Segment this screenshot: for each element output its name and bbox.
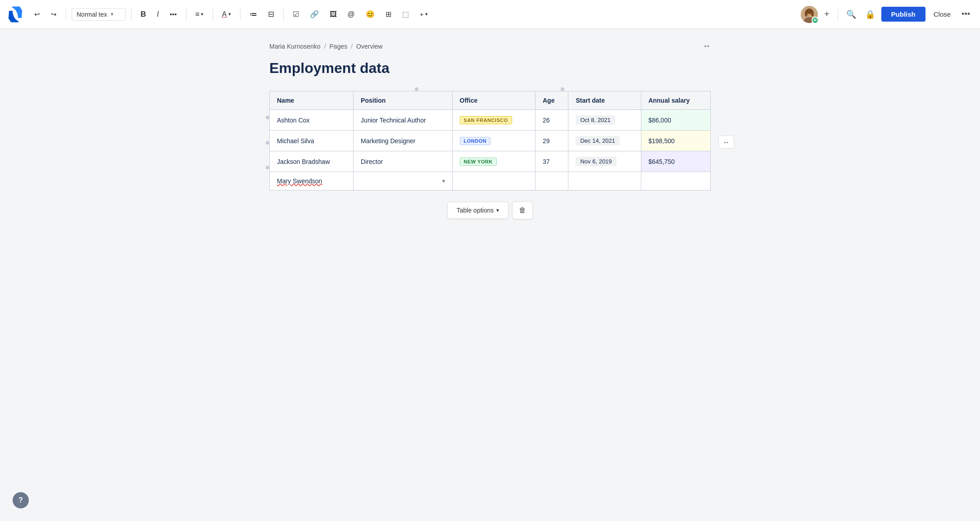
align-button[interactable]: ≡ ▾ [192,8,207,21]
data-table: Name Position Office Age Start date Annu… [269,91,711,190]
cell-startdate[interactable] [568,172,641,190]
chevron-down-icon: ▾ [201,11,204,17]
mention-button[interactable]: @ [344,8,358,21]
resize-dot-top-1[interactable] [415,87,418,91]
cell-position[interactable]: Director [354,151,452,172]
expand-width-icon[interactable]: ↔ [703,41,711,51]
restrict-icon: 🔒 [865,10,875,19]
image-button[interactable]: 🖼 [326,8,340,21]
cell-position[interactable]: ▾ [354,172,452,190]
table-delete-button[interactable]: 🗑 [512,201,533,219]
table-expand-right-button[interactable]: ↔ [718,136,734,149]
restrict-button[interactable]: 🔒 [862,7,878,22]
cell-position[interactable]: Junior Technical Author [354,110,452,131]
cell-salary[interactable]: $86,000 [641,110,710,131]
table-row: Michael Silva Marketing Designer LONDON … [270,131,711,151]
breadcrumb-pages[interactable]: Pages [330,43,348,50]
table-options-button[interactable]: Table options ▾ [447,202,509,219]
emoji-button[interactable]: 😊 [362,7,378,21]
breadcrumb: Maria Kurnosenko / Pages / Overview ↔ [269,29,711,60]
spellcheck-name: Mary Swendson [277,177,322,185]
resize-dot-left-2[interactable] [266,141,269,145]
cell-startdate[interactable]: Dec 14, 2021 [568,131,641,151]
help-button[interactable]: ? [13,492,29,508]
cell-name[interactable]: Michael Silva [270,131,354,151]
italic-button[interactable]: I [153,8,162,21]
resize-dot-top-2[interactable] [561,87,564,91]
text-style-selector[interactable]: Normal tex ▾ [72,8,126,21]
search-button[interactable]: 🔍 [844,7,859,22]
breadcrumb-current[interactable]: Overview [356,43,382,50]
page-title: Employment data [269,60,711,77]
col-header-office: Office [452,91,535,110]
col-header-age: Age [535,91,568,110]
redo-button[interactable]: ↪ [47,8,60,21]
chevron-down-icon: ▾ [111,11,113,17]
user-avatar[interactable]: M [801,6,818,23]
toolbar-divider-7 [838,8,838,21]
svg-point-4 [805,10,808,17]
confluence-logo-icon[interactable] [7,6,23,23]
toolbar-divider-4 [213,8,213,21]
table-options-bar: Table options ▾ 🗑 [269,201,711,219]
insert-more-button[interactable]: + ▾ [416,8,431,21]
toolbar-divider-1 [66,8,66,21]
avatar-status-badge: M [812,17,819,24]
close-button[interactable]: Close [929,8,955,21]
table-icon: ⊞ [386,10,391,18]
breadcrumb-author[interactable]: Maria Kurnosenko [269,43,321,50]
image-icon: 🖼 [330,10,337,18]
cell-age[interactable]: 37 [535,151,568,172]
office-tag: NEW YORK [460,158,497,166]
bold-button[interactable]: B [137,7,150,22]
cell-office[interactable] [452,172,535,190]
link-button[interactable]: 🔗 [306,7,322,21]
publish-button[interactable]: Publish [881,7,926,22]
office-tag: SAN FRANCISCO [460,116,512,124]
resize-dot-left-3[interactable] [266,166,269,169]
cell-startdate[interactable]: Nov 6, 2019 [568,151,641,172]
resize-dot-left-1[interactable] [266,116,269,119]
cell-name[interactable]: Ashton Cox [270,110,354,131]
table-row: Jackson Bradshaw Director NEW YORK 37 No… [270,151,711,172]
toolbar: ↩ ↪ Normal tex ▾ B I ••• ≡ ▾ A ▾ ≔ ⊟ ☑ 🔗… [0,0,980,29]
date-badge: Nov 6, 2019 [576,157,616,166]
col-header-startdate: Start date [568,91,641,110]
cell-age[interactable] [535,172,568,190]
cell-office[interactable]: LONDON [452,131,535,151]
layout-button[interactable]: ⬚ [399,7,413,21]
add-collaborator-button[interactable]: + [821,6,832,22]
emoji-icon: 😊 [366,10,375,18]
cell-office[interactable]: NEW YORK [452,151,535,172]
cell-salary[interactable]: $198,500 [641,131,710,151]
trash-icon: 🗑 [519,206,526,214]
undo-icon: ↩ [34,10,40,18]
cell-age[interactable]: 29 [535,131,568,151]
cell-name[interactable]: Jackson Bradshaw [270,151,354,172]
table-row: Mary Swendson ▾ [270,172,711,190]
cell-position[interactable]: Marketing Designer [354,131,452,151]
table-button[interactable]: ⊞ [382,7,395,21]
more-options-button[interactable]: ••• [959,7,973,22]
undo-button[interactable]: ↩ [31,8,44,21]
more-formatting-button[interactable]: ••• [166,8,181,21]
search-icon: 🔍 [846,10,856,19]
checkbox-icon: ☑ [293,10,299,18]
plus-icon: + [420,10,424,18]
task-list-button[interactable]: ☑ [289,7,303,21]
dropdown-icon[interactable]: ▾ [442,178,445,184]
text-color-button[interactable]: A ▾ [218,8,235,21]
cell-salary[interactable] [641,172,710,190]
toolbar-divider-3 [186,8,186,21]
cell-office[interactable]: SAN FRANCISCO [452,110,535,131]
text-style-label: Normal tex [77,11,107,18]
cell-salary[interactable]: $645,750 [641,151,710,172]
cell-startdate[interactable]: Oct 8, 2021 [568,110,641,131]
layout-icon: ⬚ [402,10,409,18]
col-header-name: Name [270,91,354,110]
cell-age[interactable]: 26 [535,110,568,131]
cell-name[interactable]: Mary Swendson [270,172,354,190]
bullet-list-button[interactable]: ≔ [246,7,261,22]
table-container: ↔ Name Position Office Age Start date An… [269,91,711,190]
numbered-list-button[interactable]: ⊟ [264,7,278,22]
